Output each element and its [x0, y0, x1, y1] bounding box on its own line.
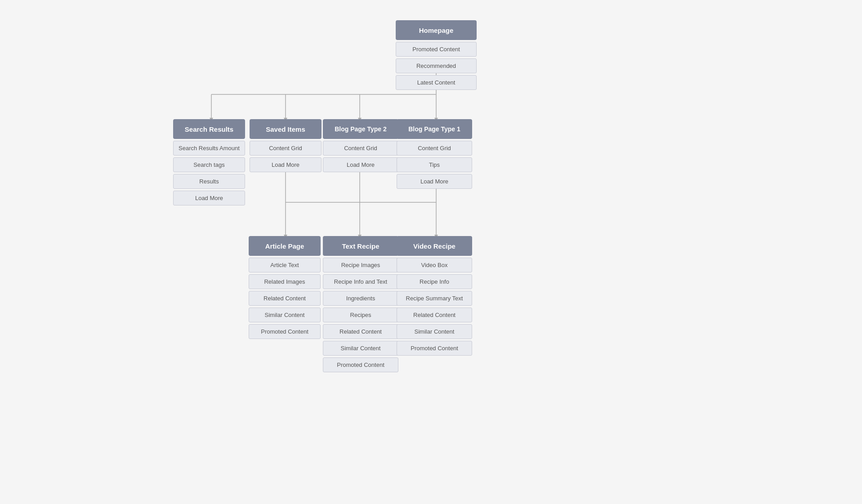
blog-type2-item-load-more: Load More — [323, 157, 398, 172]
article-page-items: Article Text Related Images Related Cont… — [249, 256, 321, 339]
article-page-header: Article Page — [249, 236, 321, 256]
video-recipe-header: Video Recipe — [397, 236, 472, 256]
diagram: Homepage Promoted Content Recommended La… — [0, 0, 862, 504]
blog-type1-header: Blog Page Type 1 — [397, 119, 472, 139]
article-page-node: Article Page Article Text Related Images… — [249, 236, 321, 339]
text-recipe-item-recipes: Recipes — [323, 308, 398, 322]
search-results-items: Search Results Amount Search tags Result… — [173, 139, 245, 205]
article-page-item-related-images: Related Images — [249, 274, 321, 289]
video-recipe-item-related-content: Related Content — [397, 308, 472, 322]
text-recipe-item-promoted: Promoted Content — [323, 357, 398, 372]
text-recipe-header: Text Recipe — [323, 236, 398, 256]
blog-type1-item-tips: Tips — [397, 157, 472, 172]
text-recipe-item-related-content: Related Content — [323, 324, 398, 339]
search-results-item-tags: Search tags — [173, 157, 245, 172]
homepage-item-promoted: Promoted Content — [396, 42, 477, 57]
video-recipe-item-info: Recipe Info — [397, 274, 472, 289]
saved-items-node: Saved Items Content Grid Load More — [250, 119, 322, 172]
blog-type1-items: Content Grid Tips Load More — [397, 139, 472, 189]
homepage-items: Promoted Content Recommended Latest Cont… — [396, 40, 477, 90]
homepage-item-recommended: Recommended — [396, 58, 477, 73]
video-recipe-item-box: Video Box — [397, 258, 472, 272]
text-recipe-node: Text Recipe Recipe Images Recipe Info an… — [323, 236, 398, 372]
homepage-node: Homepage Promoted Content Recommended La… — [396, 20, 477, 90]
search-results-item-amount: Search Results Amount — [173, 141, 245, 156]
homepage-header: Homepage — [396, 20, 477, 40]
saved-items-items: Content Grid Load More — [250, 139, 322, 172]
video-recipe-item-promoted: Promoted Content — [397, 341, 472, 356]
saved-items-header: Saved Items — [250, 119, 322, 139]
search-results-node: Search Results Search Results Amount Sea… — [173, 119, 245, 205]
search-results-item-load-more: Load More — [173, 191, 245, 205]
text-recipe-item-similar-content: Similar Content — [323, 341, 398, 356]
video-recipe-item-similar-content: Similar Content — [397, 324, 472, 339]
video-recipe-items: Video Box Recipe Info Recipe Summary Tex… — [397, 256, 472, 356]
blog-type1-item-grid: Content Grid — [397, 141, 472, 156]
blog-type2-items: Content Grid Load More — [323, 139, 398, 172]
search-results-item-results: Results — [173, 174, 245, 189]
article-page-item-promoted: Promoted Content — [249, 324, 321, 339]
text-recipe-item-ingredients: Ingredients — [323, 291, 398, 306]
video-recipe-item-summary: Recipe Summary Text — [397, 291, 472, 306]
article-page-item-related-content: Related Content — [249, 291, 321, 306]
text-recipe-items: Recipe Images Recipe Info and Text Ingre… — [323, 256, 398, 372]
saved-items-item-grid: Content Grid — [250, 141, 322, 156]
text-recipe-item-images: Recipe Images — [323, 258, 398, 272]
homepage-item-latest: Latest Content — [396, 75, 477, 90]
article-page-item-text: Article Text — [249, 258, 321, 272]
blog-type1-item-load-more: Load More — [397, 174, 472, 189]
video-recipe-node: Video Recipe Video Box Recipe Info Recip… — [397, 236, 472, 356]
saved-items-item-load-more: Load More — [250, 157, 322, 172]
blog-type2-node: Blog Page Type 2 Content Grid Load More — [323, 119, 398, 172]
blog-type2-item-grid: Content Grid — [323, 141, 398, 156]
blog-type1-node: Blog Page Type 1 Content Grid Tips Load … — [397, 119, 472, 189]
search-results-header: Search Results — [173, 119, 245, 139]
text-recipe-item-info-text: Recipe Info and Text — [323, 274, 398, 289]
blog-type2-header: Blog Page Type 2 — [323, 119, 398, 139]
article-page-item-similar-content: Similar Content — [249, 308, 321, 322]
